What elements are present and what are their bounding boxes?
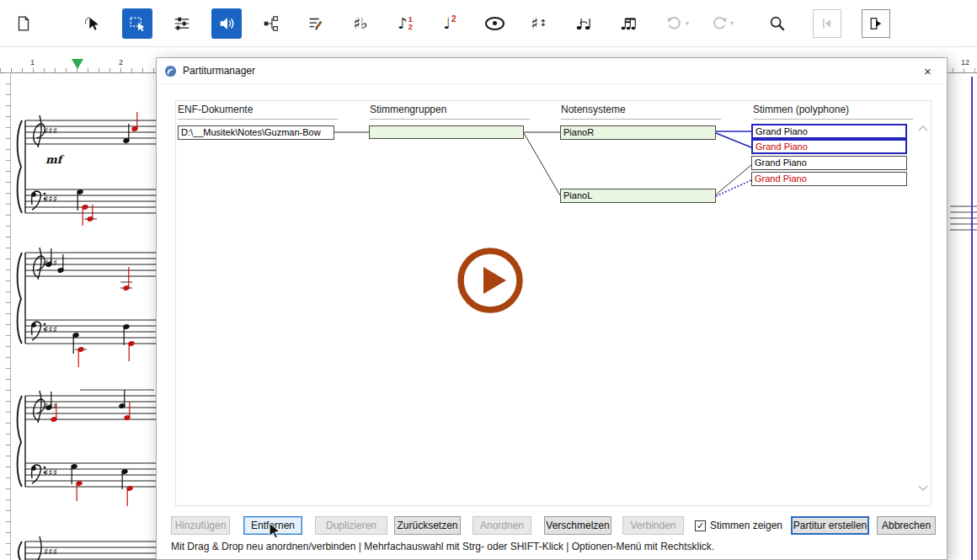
next-page-icon[interactable] [862, 9, 890, 38]
column-header-voices: Stimmen (polyphone) [753, 104, 849, 115]
node-map-icon[interactable] [256, 8, 286, 39]
mouse-cursor [269, 522, 280, 543]
key-signature: ♯♯♯ [44, 125, 57, 136]
redo-icon[interactable]: ▾ [707, 8, 737, 39]
score-right-fragment [950, 77, 977, 560]
voice-box-3[interactable]: Grand Piano [751, 156, 907, 170]
connect-button: Verbinden [622, 516, 684, 535]
close-icon[interactable]: × [909, 58, 947, 83]
column-header-groups: Stimmengruppen [370, 104, 446, 115]
duplicate-button: Duplizieren [315, 516, 387, 535]
ruler-marker[interactable] [72, 59, 83, 69]
column-header-systems: Notensysteme [561, 104, 626, 115]
ruler-number: 12 [961, 58, 969, 67]
voice-box-4[interactable]: Grand Piano [751, 172, 907, 186]
svg-text:♯♯♯: ♯♯♯ [44, 467, 57, 478]
voice-group-box[interactable] [369, 125, 524, 139]
svg-text:♯♯♯: ♯♯♯ [44, 547, 57, 557]
play-overlay-button[interactable] [456, 247, 524, 314]
enf-document-box[interactable]: D:\__Musitek\Notes\Guzman-Bow [178, 125, 334, 140]
system-box-pianoR[interactable]: PianoR [560, 125, 716, 140]
column-header-documents: ENF-Dokumente [178, 104, 253, 115]
ruler-number: 2 [119, 58, 123, 67]
transpose-icon[interactable]: ♯ ↕ [524, 8, 554, 39]
grand-staff-system: ♯♯♯ [19, 536, 156, 560]
undo-icon[interactable]: ▾ [662, 8, 692, 39]
speaker-icon[interactable] [211, 8, 242, 39]
partiturmanager-dialog: Partiturmanager × ENF-Dokumente Stimmeng… [156, 57, 948, 560]
scroll-down-icon [919, 486, 927, 490]
column-underline [178, 119, 338, 120]
voice-box-1[interactable]: Grand Piano [751, 124, 907, 139]
dialog-status-text: Mit Drag & Drop neu anordnen/verbinden |… [171, 541, 714, 552]
grand-staff-system: ♯♯♯ ♯♯♯ mf [18, 112, 156, 226]
checkbox-label: Stimmen zeigen [710, 520, 782, 531]
show-voices-checkbox[interactable]: ✓ Stimmen zeigen [695, 520, 782, 531]
score-manager-panel: ENF-Dokumente Stimmengruppen Notensystem… [175, 100, 932, 506]
eye-icon[interactable] [479, 8, 510, 39]
merge-button[interactable]: Verschmelzen [544, 516, 611, 535]
dialog-title: Partiturmanager [183, 65, 255, 77]
vertical-ruler [0, 72, 11, 560]
grand-staff-system: ♯♯♯ ♯♯♯ [18, 248, 156, 367]
dialog-button-row: Hinzufügen Entfernen Duplizieren Zurücks… [171, 516, 936, 535]
key-signature: ♯♯♯ [44, 194, 57, 205]
tie-notes-icon[interactable] [569, 8, 599, 39]
column-underline [561, 119, 721, 120]
toolbar: ♯♭ ♪ 12 ♩ 2 ♯ ↕ ▾ ▾ [0, 0, 977, 47]
page-export-icon[interactable] [8, 8, 39, 39]
svg-text:♯♯♯: ♯♯♯ [44, 324, 57, 335]
reset-button[interactable]: Zurücksetzen [394, 516, 461, 535]
select-tool-icon[interactable] [122, 8, 152, 39]
beam-notes-icon[interactable] [613, 8, 643, 39]
grand-staff-system: ♯♯♯ ♯♯♯ [18, 390, 156, 506]
system-box-pianoL[interactable]: PianoL [560, 189, 716, 203]
column-underline [753, 119, 913, 120]
add-button: Hinzufügen [171, 516, 230, 535]
prev-page-icon[interactable] [813, 9, 841, 38]
voice-numbers-icon[interactable]: ♪ 12 [390, 8, 420, 39]
dialog-titlebar[interactable]: Partiturmanager × [157, 58, 947, 84]
voice-box-2[interactable]: Grand Piano [751, 139, 907, 154]
scroll-up-icon [919, 126, 927, 131]
dynamic-marking: mf [45, 153, 65, 166]
text-edit-icon[interactable] [301, 8, 331, 39]
create-score-button[interactable]: Partitur erstellen [791, 516, 869, 535]
mixer-icon[interactable] [167, 8, 197, 39]
zoom-icon[interactable] [762, 8, 793, 39]
app-icon [164, 65, 177, 77]
column-underline [370, 119, 530, 120]
note-duration-icon[interactable]: ♩ 2 [435, 8, 465, 39]
ruler-number: 1 [30, 58, 35, 67]
accidentals-icon[interactable]: ♯♭ [345, 8, 376, 39]
arrange-button: Anordnen [472, 516, 531, 535]
checkbox-check-icon[interactable]: ✓ [695, 520, 706, 531]
cancel-button[interactable]: Abbrechen [877, 516, 936, 535]
pointer-tool-icon[interactable] [77, 8, 108, 39]
